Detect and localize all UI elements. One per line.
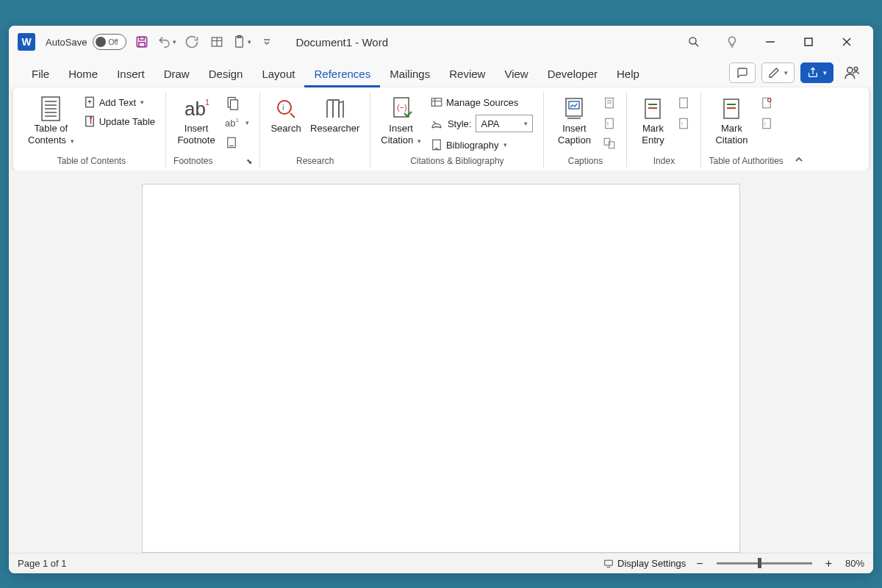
svg-point-28 [90,118,91,119]
display-settings-button[interactable]: Display Settings [600,556,689,571]
style-value: APA [481,118,499,129]
insert-caption-button[interactable]: Insert Caption [551,93,597,148]
update-table-button[interactable]: Update Table [80,112,158,130]
display-settings-icon [603,559,614,569]
svg-point-37 [278,101,291,114]
svg-rect-2 [139,43,145,47]
zoom-thumb[interactable] [758,558,761,568]
mark-citation-button[interactable]: Mark Citation [709,93,754,148]
tab-view[interactable]: View [495,62,537,87]
search-label: Search [270,123,301,135]
manage-sources-button[interactable]: Manage Sources [427,93,537,111]
tab-home[interactable]: Home [59,62,107,87]
insert-authorities-button[interactable] [757,93,776,112]
document-title: Document1 - Word [295,36,388,49]
group-label-citations: Citations & Bibliography [378,154,536,168]
redo-button[interactable] [182,32,201,51]
next-footnote-icon: ab1 [225,116,241,129]
style-dropdown[interactable]: APA▾ [476,115,533,132]
svg-text:(−): (−) [397,103,407,112]
style-icon [430,117,443,130]
tab-mailings[interactable]: Mailings [380,62,440,87]
document-canvas[interactable] [9,171,873,553]
group-authorities: Mark Citation ! Table of Authorities [701,92,790,168]
cross-reference-button[interactable] [600,135,619,152]
zoom-level[interactable]: 80% [845,558,864,569]
update-index-button[interactable]: ! [674,114,693,133]
zoom-slider[interactable] [717,562,812,564]
autosave-toggle[interactable]: Off [93,34,126,50]
insert-table-of-figures-button[interactable] [600,93,619,112]
tab-file[interactable]: File [22,62,59,87]
update-authorities-button[interactable]: ! [757,114,776,133]
tab-developer[interactable]: Developer [538,62,607,87]
search-button-ribbon[interactable]: i Search [268,93,304,136]
add-text-button[interactable]: Add Text▾ [80,93,158,111]
style-selector[interactable]: Style: APA▾ [427,112,537,135]
share-button[interactable]: ▾ [800,62,833,83]
svg-text:i: i [282,103,284,112]
insert-endnote-button[interactable] [222,93,252,112]
insert-citation-label: Insert Citation [381,123,413,146]
insert-footnote-label: Insert Footnote [177,123,215,147]
tab-layout[interactable]: Layout [252,62,304,87]
tab-insert[interactable]: Insert [107,62,154,87]
tab-help[interactable]: Help [607,62,649,87]
group-label-footnotes: Footnotes [173,156,212,166]
paste-quick-button[interactable]: ▾ [232,32,251,51]
svg-text:!: ! [764,121,766,126]
group-index: Mark Entry ! Index [627,92,701,168]
page[interactable] [142,184,740,553]
autosave-label: AutoSave [46,37,87,48]
autosave-state: Off [108,38,118,46]
group-table-of-contents: Table of Contents ▾ Add Text▾ Update Tab… [18,92,166,168]
bibliography-icon [430,138,443,151]
svg-text:1: 1 [205,98,209,107]
svg-point-16 [854,67,858,71]
bibliography-button[interactable]: Bibliography▾ [427,136,537,154]
insert-footnote-button[interactable]: ab1 Insert Footnote [173,93,219,148]
table-of-contents-button[interactable]: Table of Contents ▾ [25,93,77,148]
insert-index-button[interactable] [674,93,693,112]
tab-design[interactable]: Design [199,62,253,87]
word-window: W AutoSave Off ▾ ▾ Document1 - Word [9,26,873,573]
page-info[interactable]: Page 1 of 1 [18,558,67,569]
insert-citation-button[interactable]: (−) Insert Citation ▾ [378,93,424,148]
insert-citation-icon: (−) [387,95,416,123]
account-button[interactable] [844,65,860,81]
close-button[interactable] [836,32,857,52]
zoom-out-button[interactable]: − [696,557,703,570]
search-button[interactable] [684,32,704,52]
editing-mode-button[interactable]: ▾ [761,62,795,83]
save-button[interactable] [132,32,151,51]
svg-text:1: 1 [236,117,239,123]
update-figures-button[interactable]: ! [600,114,619,133]
footnotes-launcher[interactable]: ⬊ [246,157,252,165]
table-quick-button[interactable] [207,32,226,51]
tips-button[interactable] [722,32,742,52]
next-footnote-button[interactable]: ab1▾ [222,114,252,132]
researcher-button[interactable]: Researcher [307,93,362,136]
tab-draw[interactable]: Draw [154,62,199,87]
group-captions: Insert Caption ! Captions [544,92,627,168]
show-notes-button[interactable] [222,133,252,152]
style-label: Style: [448,118,472,129]
collapse-ribbon-button[interactable] [791,151,807,168]
tab-review[interactable]: Review [440,62,495,87]
svg-rect-1 [140,37,145,40]
maximize-button[interactable] [798,32,819,52]
mark-entry-button[interactable]: Mark Entry [634,93,671,148]
update-index-icon: ! [677,116,690,131]
add-text-icon [83,96,96,109]
svg-line-10 [695,43,698,46]
tab-references[interactable]: References [304,62,380,87]
zoom-in-button[interactable]: + [825,557,832,570]
svg-point-9 [689,37,696,44]
minimize-button[interactable] [760,32,781,52]
qat-customize-button[interactable] [257,32,276,51]
comments-button[interactable] [729,62,756,83]
group-label-toc: Table of Contents [25,154,158,168]
undo-button[interactable]: ▾ [157,32,176,51]
group-label-index: Index [634,154,693,168]
update-authorities-icon: ! [760,116,773,131]
